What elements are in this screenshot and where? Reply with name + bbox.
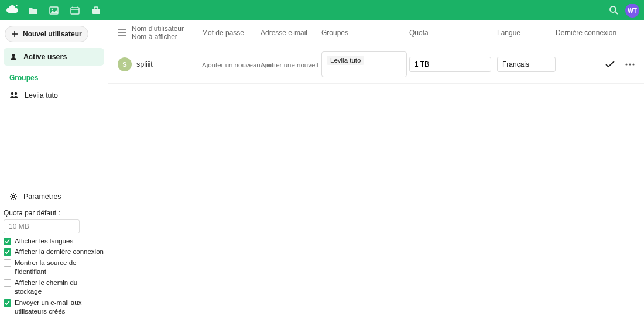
plus-icon	[11, 30, 18, 37]
default-quota-select[interactable]: 10 MB	[4, 219, 80, 233]
option-label: Afficher la dernière connexion	[15, 248, 104, 256]
gear-icon	[9, 193, 18, 201]
checkbox[interactable]	[4, 238, 11, 245]
option-label: Montrer la source de l'identifiant	[15, 259, 104, 276]
active-users-label: Active users	[23, 53, 67, 61]
svg-point-13	[15, 92, 17, 95]
group-tag: Leviia tuto	[327, 56, 364, 65]
checkbox[interactable]	[4, 259, 11, 267]
svg-point-12	[11, 92, 13, 95]
top-bar: WT	[0, 0, 644, 20]
settings-option: Afficher le chemin du stockage	[4, 277, 104, 297]
option-label: Afficher le chemin du stockage	[15, 279, 104, 296]
checkbox[interactable]	[4, 279, 11, 287]
briefcase-icon[interactable]	[87, 1, 105, 20]
row-language-select[interactable]: Français	[497, 57, 556, 72]
header-quota: Quota	[409, 29, 497, 37]
settings-option: Envoyer un e-mail aux utilisateurs créés	[4, 297, 104, 317]
header-language: Langue	[497, 29, 556, 37]
user-icon	[9, 53, 18, 61]
new-user-button[interactable]: Nouvel utilisateur	[5, 26, 88, 42]
header-last-login: Dernière connexion	[556, 29, 632, 37]
calendar-icon[interactable]	[66, 1, 84, 20]
row-email-input[interactable]	[261, 61, 318, 68]
new-user-label: Nouvel utilisateur	[23, 30, 82, 38]
row-quota-input[interactable]	[409, 57, 491, 72]
sidebar-item-active-users[interactable]: Active users	[4, 48, 104, 66]
header-groups: Groupes	[321, 29, 409, 37]
header-username-1: Nom d'utilisateur	[132, 25, 202, 33]
table-header: Nom d'utilisateur Nom à afficher Mot de …	[108, 20, 644, 46]
svg-point-14	[12, 195, 15, 198]
confirm-icon[interactable]	[605, 61, 615, 68]
checkbox[interactable]	[4, 299, 11, 307]
header-username-2: Nom à afficher	[132, 33, 202, 41]
more-icon[interactable]	[625, 63, 635, 66]
settings-option: Montrer la source de l'identifiant	[4, 257, 104, 277]
option-label: Envoyer un e-mail aux utilisateurs créés	[15, 298, 104, 316]
svg-point-20	[632, 63, 634, 65]
header-password: Mot de passe	[202, 29, 261, 37]
photos-icon[interactable]	[44, 1, 63, 20]
user-avatar[interactable]: WT	[625, 4, 639, 18]
sidebar-item-group[interactable]: Leviia tuto	[4, 87, 104, 104]
group-icon	[9, 91, 19, 99]
svg-point-1	[52, 9, 53, 11]
sidebar: Nouvel utilisateur Active users Groupes …	[0, 20, 108, 323]
row-username[interactable]: spliiit	[136, 60, 202, 68]
header-email: Adresse e-mail	[261, 29, 321, 37]
app-logo[interactable]	[5, 2, 21, 19]
settings-option: Afficher les langues	[4, 236, 104, 247]
row-avatar: S	[118, 57, 132, 71]
files-icon[interactable]	[23, 1, 42, 20]
svg-rect-2	[71, 8, 79, 14]
group-item-label: Leviia tuto	[25, 91, 58, 99]
svg-point-19	[629, 63, 631, 65]
svg-rect-6	[92, 9, 100, 14]
default-quota-label: Quota par défaut :	[4, 205, 104, 219]
checkbox[interactable]	[4, 248, 11, 256]
main-content: Nom d'utilisateur Nom à afficher Mot de …	[108, 20, 644, 323]
svg-point-7	[610, 6, 616, 12]
settings-label: Paramètres	[23, 193, 61, 201]
settings-option: Afficher la dernière connexion	[4, 246, 104, 257]
groups-section-title: Groupes	[4, 66, 104, 87]
svg-line-8	[615, 12, 618, 14]
option-label: Afficher les langues	[15, 237, 73, 246]
settings-button[interactable]: Paramètres	[4, 188, 104, 205]
svg-point-18	[625, 63, 627, 65]
svg-point-11	[12, 54, 15, 57]
search-icon[interactable]	[609, 5, 618, 16]
hamburger-icon[interactable]	[118, 29, 132, 36]
user-row: S spliiit Leviia tuto Français	[108, 46, 644, 84]
row-groups-select[interactable]: Leviia tuto	[321, 51, 407, 77]
